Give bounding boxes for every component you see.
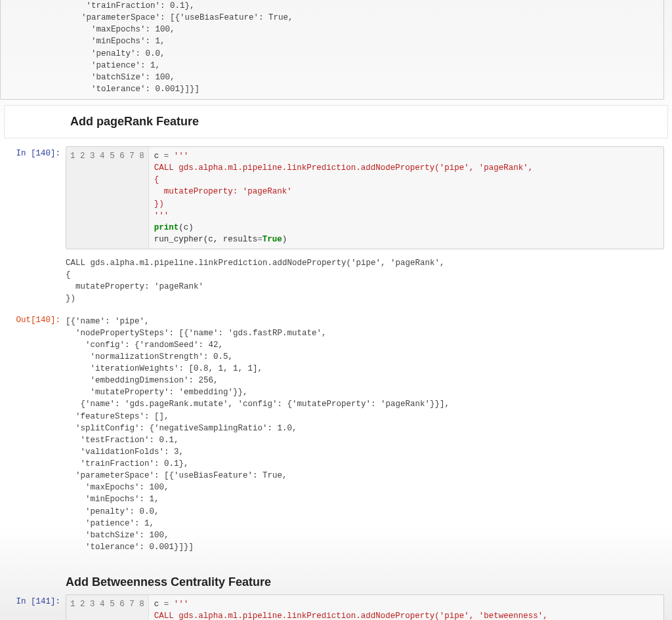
code-lines-140[interactable]: c = ''' CALL gds.alpha.ml.pipeline.linkP…	[149, 147, 663, 249]
prompt-out-140: Out[140]:	[0, 313, 66, 556]
line-gutter: 1 2 3 4 5 6 7 8	[66, 595, 149, 620]
code-cell-141[interactable]: In [141]: 1 2 3 4 5 6 7 8 c = ''' CALL g…	[0, 592, 672, 620]
stdout-text-140: CALL gds.alpha.ml.pipeline.linkPredictio…	[66, 255, 664, 308]
previous-output-fragment: 'trainFraction': 0.1}, 'parameterSpace':…	[0, 0, 664, 100]
prompt-in-141: In [141]:	[0, 594, 66, 620]
heading-betweenness: Add Betweenness Centrality Feature	[66, 575, 664, 589]
code-cell-140[interactable]: In [140]: 1 2 3 4 5 6 7 8 c = ''' CALL g…	[0, 144, 672, 252]
prompt-empty	[0, 255, 66, 308]
notebook: 'trainFraction': 0.1}, 'parameterSpace':…	[0, 0, 672, 620]
prompt-in-140: In [140]:	[0, 146, 66, 249]
output-cell-140: Out[140]: [{'name': 'pipe', 'nodePropert…	[0, 310, 672, 559]
stdout-140: CALL gds.alpha.ml.pipeline.linkPredictio…	[0, 252, 672, 310]
prompt-empty	[0, 575, 66, 589]
line-gutter: 1 2 3 4 5 6 7 8	[66, 147, 149, 249]
heading-pagerank: Add pageRank Feature	[70, 115, 660, 129]
code-input-141[interactable]: 1 2 3 4 5 6 7 8 c = ''' CALL gds.alpha.m…	[66, 594, 664, 620]
code-lines-141[interactable]: c = ''' CALL gds.alpha.ml.pipeline.linkP…	[149, 595, 663, 620]
code-input-140[interactable]: 1 2 3 4 5 6 7 8 c = ''' CALL gds.alpha.m…	[66, 146, 664, 249]
output-text-fragment: 'trainFraction': 0.1}, 'parameterSpace':…	[66, 0, 663, 99]
markdown-cell-pagerank[interactable]: Add pageRank Feature	[4, 105, 668, 138]
prompt-empty	[5, 115, 70, 129]
markdown-cell-betweenness[interactable]: Add Betweenness Centrality Feature	[0, 573, 672, 592]
result-text-140: [{'name': 'pipe', 'nodePropertySteps': […	[66, 313, 664, 556]
